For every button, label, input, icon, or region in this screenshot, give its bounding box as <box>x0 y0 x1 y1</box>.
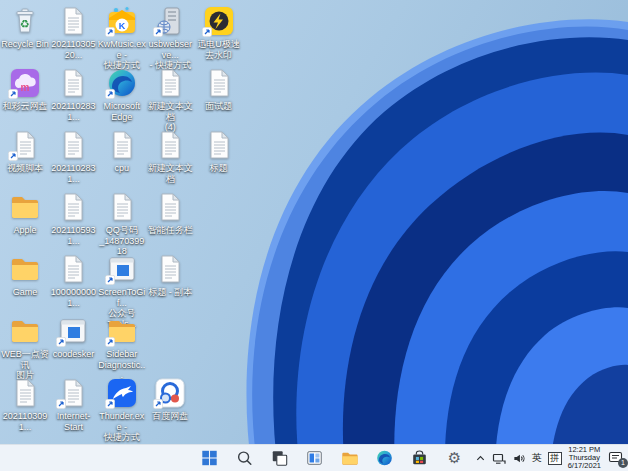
shortcut-arrow-icon <box>153 399 163 409</box>
desktop-icon-doc-mianshiti[interactable]: 面试题 <box>195 67 243 112</box>
shortcut-arrow-icon <box>56 399 66 409</box>
icon-label: Recycle Bin <box>1 39 49 50</box>
desktop-icon-doc-shipinjiaoben[interactable]: 视频脚本 <box>1 129 49 174</box>
network-icon[interactable] <box>492 452 506 465</box>
start-icon <box>201 449 219 467</box>
doc-icon <box>154 253 186 285</box>
desktop-icon-thunder-shortcut[interactable]: Thunder.exe - 快捷方式 <box>98 377 146 443</box>
icon-label: Thunder.exe - 快捷方式 <box>98 411 146 443</box>
desktop-icon-folder-game[interactable]: Game <box>1 253 49 298</box>
shortcut-arrow-icon <box>8 151 18 161</box>
icon-label: KwMusic.exe - 快捷方式 <box>98 39 146 71</box>
icon-label: 新建文本文档 (4) <box>146 101 194 133</box>
ime-pinyin-indicator[interactable]: 拼 <box>548 452 562 465</box>
shortcut-arrow-icon <box>8 89 18 99</box>
icon-label: 2021105931... <box>49 225 97 246</box>
folder-icon <box>9 191 41 223</box>
widgets-icon <box>306 449 324 467</box>
notification-center-button[interactable]: 1 <box>607 450 625 466</box>
desktop-icon-folder-apple[interactable]: Apple <box>1 191 49 236</box>
doc-icon <box>106 191 138 223</box>
desktop-icon-microsoft-edge-shortcut[interactable]: Microsoft Edge <box>98 67 146 122</box>
desktop-icon-doc-smart-taskbar[interactable]: 智能任务栏 <box>146 191 194 236</box>
tray-chevron-up-icon[interactable] <box>475 453 486 464</box>
edge-button[interactable] <box>371 447 399 469</box>
doc-icon <box>57 377 89 409</box>
recycle-icon: ♻ <box>9 5 41 37</box>
doc-icon <box>203 67 235 99</box>
desktop-icon-doc-2021103091[interactable]: 2021103091... <box>1 377 49 432</box>
edgetb-icon <box>376 449 394 467</box>
start-button[interactable] <box>196 447 224 469</box>
desktop-icon-speed-app-shortcut[interactable]: 迅电U极速去水印 <box>195 5 243 60</box>
desktop-icon-coodesker-shortcut[interactable]: coodesker <box>49 315 97 360</box>
ime-language-indicator[interactable]: 英 <box>532 451 542 465</box>
file-explorer-button[interactable] <box>336 447 364 469</box>
desktop-icon-folder-sidebar-diagnostics[interactable]: Sidebar Diagnostic... <box>98 315 146 381</box>
hecaiyun-icon: m <box>9 67 41 99</box>
desktop-icon-doc-1000000001[interactable]: 1000000001... <box>49 253 97 308</box>
desktop-icon-new-text-doc-4[interactable]: 新建文本文档 (4) <box>146 67 194 133</box>
desktop-icon-doc-20211030520[interactable]: 20211030520... <box>49 5 97 60</box>
desktop-icon-doc-cpu[interactable]: cpu <box>98 129 146 174</box>
shortcut-arrow-icon <box>56 337 66 347</box>
usbserver-icon <box>154 5 186 37</box>
store-button[interactable] <box>406 447 434 469</box>
search-icon <box>236 449 254 467</box>
folder-icon <box>106 315 138 347</box>
clock[interactable]: 12:21 PM Thursday 6/17/2021 <box>568 446 601 470</box>
desktop-icon-kwmusic-shortcut[interactable]: KKwMusic.exe - 快捷方式 <box>98 5 146 71</box>
edge-icon <box>106 67 138 99</box>
shortcut-arrow-icon <box>105 275 115 285</box>
doc-icon <box>154 191 186 223</box>
shortcut-arrow-icon <box>105 27 115 37</box>
doc-icon <box>9 377 41 409</box>
doc-icon <box>203 129 235 161</box>
taskbar: ⚙ 英 拼 12:21 PM Thursday 6/17/2021 1 <box>0 444 628 471</box>
desktop-icon-doc-biaoti[interactable]: 标题 <box>195 129 243 174</box>
desktop-icon-folder-web-yidianzixun[interactable]: WEB一点资讯 图片 <box>1 315 49 381</box>
desktop-icon-baidu-netdisk[interactable]: 百度网盘 <box>146 377 194 422</box>
thunder-icon <box>106 377 138 409</box>
icon-label: 面试题 <box>195 101 243 112</box>
desktop-icon-doc-2021105931[interactable]: 2021105931... <box>49 191 97 246</box>
icon-label: 和彩云网盘 <box>1 101 49 112</box>
shortcut-arrow-icon <box>105 337 115 347</box>
doc-icon <box>106 129 138 161</box>
widgets-button[interactable] <box>301 447 329 469</box>
doc-icon <box>57 5 89 37</box>
desktop-icon-doc-qq-number[interactable]: QQ号码 _1487039918 <box>98 191 146 257</box>
search-button[interactable] <box>231 447 259 469</box>
icon-label: Game <box>1 287 49 298</box>
icon-label: 标题 - 副本 <box>146 287 194 298</box>
appwin-icon <box>106 253 138 285</box>
icon-label: 2021102831... <box>49 163 97 184</box>
clock-date: 6/17/2021 <box>568 462 601 470</box>
desktop-icon-new-text-doc[interactable]: 新建文本文档 <box>146 129 194 184</box>
doc-icon <box>154 129 186 161</box>
shortcut-arrow-icon <box>105 89 115 99</box>
doc-icon <box>57 191 89 223</box>
volume-icon[interactable] <box>512 452 526 465</box>
svg-text:♻: ♻ <box>20 18 30 30</box>
desktop-icon-doc-biaoti-copy[interactable]: 标题 - 副本 <box>146 253 194 298</box>
doc-icon <box>57 129 89 161</box>
desktop-icon-hecaiyun-netdisk[interactable]: m和彩云网盘 <box>1 67 49 112</box>
explorer-icon <box>341 449 359 467</box>
desktop-icon-usbwebserver-shortcut[interactable]: usbwebserve... - 快捷方式 <box>146 5 194 71</box>
task-view-button[interactable] <box>266 447 294 469</box>
desktop-icon-recycle-bin[interactable]: ♻Recycle Bin <box>1 5 49 50</box>
doc-icon <box>9 129 41 161</box>
kwmusic-icon: K <box>106 5 138 37</box>
settings-button[interactable]: ⚙ <box>441 447 469 469</box>
doc-icon <box>57 67 89 99</box>
desktop-icon-doc-2021102831-a[interactable]: 2021102831... <box>49 67 97 122</box>
speedy-icon <box>203 5 235 37</box>
icon-label: 迅电U极速去水印 <box>195 39 243 60</box>
desktop-icon-internet-start[interactable]: Internet-Start <box>49 377 97 432</box>
system-tray: 英 拼 12:21 PM Thursday 6/17/2021 1 <box>475 445 625 471</box>
taskview-icon <box>271 449 289 467</box>
notification-badge: 1 <box>618 458 628 468</box>
desktop-icon-doc-2021102831-b[interactable]: 2021102831... <box>49 129 97 184</box>
folder-icon <box>9 315 41 347</box>
